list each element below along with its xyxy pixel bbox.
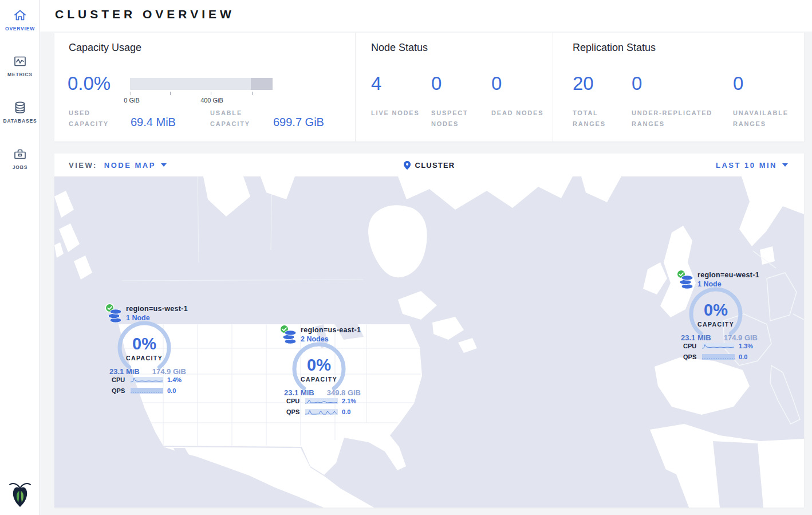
capacity-values: 23.1 MiB 174.9 GiB	[109, 367, 186, 376]
cpu-row: CPU 2.1%	[286, 398, 365, 404]
cpu-label: CPU	[286, 398, 299, 404]
capacity-percent: 0%	[291, 357, 346, 374]
cpu-value: 1.4%	[167, 376, 182, 383]
capacity-percent: 0.0%	[68, 74, 111, 93]
capacity-usage-title: Capacity Usage	[69, 42, 141, 54]
total-value: 349.8 GiB	[327, 388, 361, 397]
qps-sparkline-icon	[305, 409, 338, 415]
cpu-sparkline-icon	[305, 398, 338, 404]
suspect-nodes-value: 0	[431, 73, 442, 94]
map-view-bar: VIEW: NODE MAP CLUSTER LAST 10 MIN	[54, 154, 804, 176]
used-capacity-label: USED CAPACITY	[69, 108, 128, 129]
metrics-icon	[13, 54, 27, 69]
under-replicated-ranges-stat: 0 UNDER-REPLICATED RANGES	[632, 74, 730, 129]
total-ranges-stat: 20 TOTAL RANGES	[573, 74, 630, 129]
sidebar-item-jobs[interactable]: JOBS	[0, 147, 40, 170]
view-selector-group: VIEW: NODE MAP	[69, 154, 167, 176]
sidebar-item-metrics[interactable]: METRICS	[0, 54, 40, 77]
live-nodes-stat: 4 LIVE NODES	[371, 74, 429, 119]
capacity-tick	[170, 92, 171, 95]
usable-capacity-label: USABLE CAPACITY	[210, 108, 270, 129]
dead-nodes-label: DEAD NODES	[491, 108, 550, 119]
chevron-down-icon	[161, 163, 167, 167]
qps-label: QPS	[683, 353, 696, 360]
capacity-percent: 0%	[688, 302, 743, 319]
dead-nodes-stat: 0 DEAD NODES	[491, 74, 550, 119]
chevron-down-icon	[782, 163, 788, 167]
capacity-values: 23.1 MiB 174.9 GiB	[681, 333, 758, 342]
node-region-label: region=us-west-1	[126, 305, 188, 313]
header-bar: CLUSTER OVERVIEW	[0, 0, 812, 32]
cpu-row: CPU 1.4%	[112, 376, 191, 383]
cluster-summary-card: Capacity Usage 0.0% 0 GiB 400 GiB USED C…	[54, 33, 804, 141]
node-region-label: region=eu-west-1	[697, 271, 759, 279]
location-pin-icon	[404, 161, 411, 170]
replication-status-title: Replication Status	[573, 42, 656, 54]
capacity-word: CAPACITY	[291, 376, 346, 383]
sidebar-item-overview[interactable]: OVERVIEW	[0, 8, 40, 32]
capacity-tick-label: 0 GiB	[124, 97, 140, 104]
suspect-nodes-label: SUSPECT NODES	[431, 108, 490, 129]
time-range-value: LAST 10 MIN	[716, 161, 777, 170]
capacity-tick-label: 400 GiB	[200, 97, 223, 104]
sidebar-item-label: OVERVIEW	[0, 26, 40, 32]
cpu-value: 2.1%	[342, 398, 356, 404]
view-dropdown[interactable]: NODE MAP	[104, 161, 167, 170]
cpu-label: CPU	[112, 376, 125, 383]
sidebar-item-databases[interactable]: DATABASES	[0, 100, 40, 124]
cpu-sparkline-icon	[131, 377, 163, 383]
view-dropdown-value: NODE MAP	[104, 161, 156, 170]
used-capacity-value: 69.4 MiB	[131, 116, 176, 129]
cpu-value: 1.3%	[739, 343, 753, 349]
capacity-tick	[211, 92, 211, 95]
cpu-label: CPU	[683, 343, 696, 349]
qps-row: QPS 0.0	[683, 353, 762, 360]
sidebar-item-label: METRICS	[0, 72, 40, 77]
qps-label: QPS	[112, 387, 125, 394]
breadcrumb-label: CLUSTER	[415, 161, 455, 170]
view-label: VIEW:	[69, 161, 97, 170]
node-status-title: Node Status	[371, 42, 428, 54]
map-breadcrumb[interactable]: CLUSTER	[404, 154, 455, 176]
jobs-icon	[13, 147, 27, 162]
qps-label: QPS	[286, 408, 299, 415]
under-replicated-value: 0	[632, 73, 642, 94]
capacity-values: 23.1 MiB 349.8 GiB	[284, 388, 361, 397]
total-value: 174.9 GiB	[152, 367, 186, 376]
capacity-bar	[130, 78, 273, 90]
home-icon	[13, 8, 27, 23]
unavailable-value: 0	[733, 73, 743, 94]
live-nodes-label: LIVE NODES	[371, 108, 429, 119]
total-ranges-value: 20	[573, 73, 594, 94]
under-replicated-label: UNDER-REPLICATED RANGES	[632, 108, 730, 129]
databases-icon	[13, 100, 27, 115]
suspect-nodes-stat: 0 SUSPECT NODES	[431, 74, 490, 129]
live-nodes-value: 4	[371, 73, 381, 94]
capacity-bar-segment	[251, 78, 273, 90]
unavailable-ranges-stat: 0 UNAVAILABLE RANGES	[733, 74, 799, 129]
qps-value: 0.0	[342, 408, 350, 415]
sidebar-item-label: DATABASES	[0, 118, 40, 124]
capacity-word: CAPACITY	[688, 321, 743, 328]
capacity-word: CAPACITY	[117, 355, 172, 361]
qps-row: QPS 0.0	[112, 387, 191, 394]
sidebar-item-label: JOBS	[0, 164, 40, 170]
qps-value: 0.0	[167, 387, 176, 394]
cpu-sparkline-icon	[702, 343, 735, 349]
total-value: 174.9 GiB	[724, 333, 758, 342]
unavailable-label: UNAVAILABLE RANGES	[733, 108, 799, 129]
divider	[553, 33, 553, 141]
capacity-percent: 0%	[117, 336, 172, 352]
qps-sparkline-icon	[702, 354, 735, 360]
used-value: 23.1 MiB	[109, 367, 140, 376]
time-range-dropdown[interactable]: LAST 10 MIN	[716, 154, 788, 176]
cockroachdb-logo	[9, 481, 31, 510]
capacity-tick	[252, 92, 253, 95]
page-title: CLUSTER OVERVIEW	[55, 7, 235, 21]
node-map: region=us-west-1 1 Node 0% CAPACITY 23.1…	[54, 176, 804, 508]
dead-nodes-value: 0	[491, 73, 502, 94]
cpu-row: CPU 1.3%	[683, 343, 762, 349]
total-ranges-label: TOTAL RANGES	[573, 108, 630, 129]
node-region-label: region=us-east-1	[301, 326, 361, 334]
capacity-tick	[131, 92, 131, 95]
